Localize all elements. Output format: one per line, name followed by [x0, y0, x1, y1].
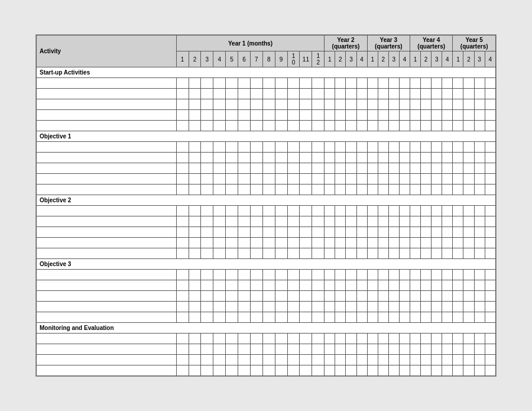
- data-cell: [485, 344, 495, 355]
- data-cell: [262, 89, 275, 99]
- data-cell: [410, 121, 421, 131]
- data-cell: [312, 302, 325, 312]
- data-cell: [213, 312, 226, 323]
- data-cell: [442, 248, 453, 259]
- data-cell: [238, 365, 251, 376]
- data-cell: [356, 280, 367, 291]
- data-cell: [346, 163, 356, 174]
- data-cell: [432, 280, 442, 291]
- data-cell: [176, 174, 189, 185]
- activity-cell: [37, 142, 177, 153]
- table-row: [37, 142, 496, 153]
- data-cell: [176, 142, 189, 153]
- activity-cell: [37, 185, 177, 195]
- data-cell: [388, 89, 399, 99]
- data-cell: [213, 365, 226, 376]
- data-cell: [474, 216, 485, 227]
- data-cell: [421, 334, 432, 344]
- data-cell: [474, 344, 485, 355]
- data-cell: [238, 89, 251, 99]
- year4-sub: (quarters): [411, 43, 452, 50]
- y2-q1: 1: [325, 51, 335, 67]
- data-cell: [474, 110, 485, 121]
- data-cell: [335, 248, 346, 259]
- data-cell: [346, 227, 356, 238]
- data-cell: [453, 153, 463, 163]
- activity-cell: [37, 227, 177, 238]
- year3-header: Year 3 (quarters): [367, 35, 410, 51]
- data-cell: [356, 78, 367, 89]
- data-cell: [213, 174, 226, 185]
- table-row: [37, 365, 496, 376]
- data-cell: [367, 142, 378, 153]
- data-cell: [262, 99, 275, 110]
- month-6: 6: [238, 51, 251, 67]
- data-cell: [356, 185, 367, 195]
- data-cell: [325, 355, 335, 365]
- data-cell: [226, 99, 238, 110]
- data-cell: [262, 121, 275, 131]
- data-cell: [388, 110, 399, 121]
- data-cell: [238, 216, 251, 227]
- data-cell: [325, 174, 335, 185]
- data-cell: [463, 302, 474, 312]
- table-row: [37, 270, 496, 280]
- data-cell: [463, 78, 474, 89]
- data-cell: [250, 248, 262, 259]
- data-cell: [287, 153, 300, 163]
- data-cell: [399, 121, 410, 131]
- data-cell: [356, 227, 367, 238]
- month-10: 10: [287, 51, 300, 67]
- data-cell: [432, 344, 442, 355]
- data-cell: [250, 185, 262, 195]
- data-cell: [474, 365, 485, 376]
- data-cell: [346, 89, 356, 99]
- data-cell: [410, 291, 421, 302]
- data-cell: [463, 99, 474, 110]
- data-cell: [453, 216, 463, 227]
- data-cell: [312, 270, 325, 280]
- data-cell: [238, 291, 251, 302]
- data-cell: [250, 227, 262, 238]
- data-cell: [300, 238, 312, 248]
- data-cell: [432, 89, 442, 99]
- data-cell: [226, 78, 238, 89]
- data-cell: [453, 206, 463, 216]
- data-cell: [410, 206, 421, 216]
- data-cell: [453, 365, 463, 376]
- data-cell: [485, 334, 495, 344]
- year2-header: Year 2 (quarters): [325, 35, 367, 51]
- activity-cell: [37, 153, 177, 163]
- data-cell: [399, 302, 410, 312]
- data-cell: [201, 99, 213, 110]
- data-cell: [388, 216, 399, 227]
- activity-cell: [37, 291, 177, 302]
- activity-cell: [37, 355, 177, 365]
- data-cell: [410, 89, 421, 99]
- data-cell: [335, 344, 346, 355]
- data-cell: [453, 291, 463, 302]
- data-cell: [226, 365, 238, 376]
- data-cell: [238, 280, 251, 291]
- data-cell: [453, 174, 463, 185]
- activity-cell: [37, 78, 177, 89]
- data-cell: [346, 248, 356, 259]
- data-cell: [189, 334, 201, 344]
- data-cell: [189, 291, 201, 302]
- year5-header: Year 5 (quarters): [453, 35, 496, 51]
- data-cell: [410, 270, 421, 280]
- data-cell: [176, 99, 189, 110]
- data-cell: [388, 365, 399, 376]
- y3-q1: 1: [367, 51, 378, 67]
- data-cell: [399, 365, 410, 376]
- data-cell: [378, 78, 388, 89]
- data-cell: [485, 99, 495, 110]
- data-cell: [226, 206, 238, 216]
- data-cell: [346, 312, 356, 323]
- data-cell: [238, 302, 251, 312]
- data-cell: [453, 238, 463, 248]
- data-cell: [189, 121, 201, 131]
- data-cell: [367, 110, 378, 121]
- data-cell: [325, 312, 335, 323]
- data-cell: [442, 110, 453, 121]
